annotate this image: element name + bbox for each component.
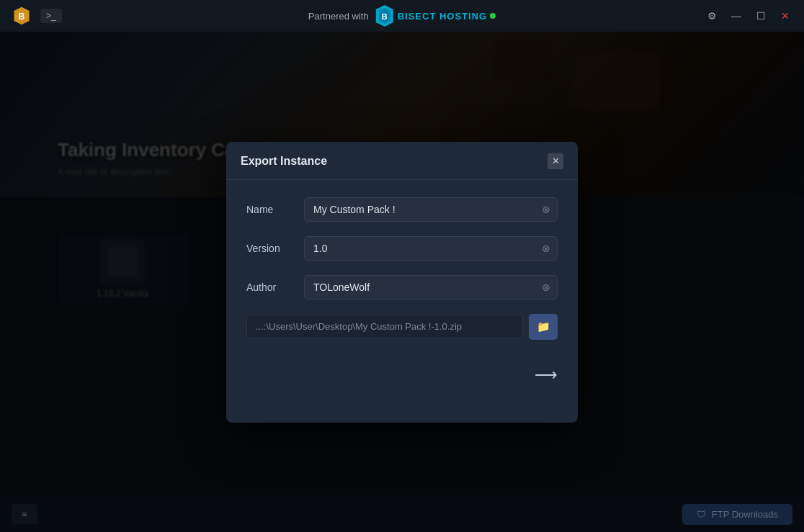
dialog-header: Export Instance ✕ (226, 142, 578, 180)
bisect-name: BISECT HOSTING (398, 11, 488, 22)
app-logo-icon: B (12, 6, 32, 26)
minimize-button[interactable]: — (729, 9, 743, 23)
folder-icon: 📁 (537, 320, 550, 333)
file-path-row: 📁 (246, 314, 558, 340)
maximize-icon: ☐ (756, 10, 766, 22)
version-label: Version (246, 243, 304, 254)
settings-icon: ⚙ (707, 10, 717, 22)
next-arrow-icon: ⟶ (535, 366, 558, 384)
author-row: Author ⊗ (246, 275, 558, 299)
online-indicator (490, 13, 496, 19)
name-input-wrapper: ⊗ (304, 197, 558, 222)
version-input[interactable] (304, 236, 558, 261)
terminal-icon: >_ (46, 11, 56, 21)
svg-text:B: B (19, 12, 25, 22)
version-row: Version ⊗ (246, 236, 558, 261)
bisect-logo: B BISECT HOSTING (375, 4, 496, 27)
partner-label: Partnered with (308, 11, 369, 22)
name-row: Name ⊗ (246, 197, 558, 222)
name-clear-button[interactable]: ⊗ (542, 204, 550, 215)
file-browse-button[interactable]: 📁 (529, 314, 558, 340)
author-input-wrapper: ⊗ (304, 275, 558, 299)
version-input-wrapper: ⊗ (304, 236, 558, 261)
dialog-body: Name ⊗ Version ⊗ Author (226, 180, 578, 351)
terminal-button[interactable]: >_ (40, 9, 62, 23)
file-path-input[interactable] (246, 315, 523, 338)
name-input[interactable] (304, 197, 558, 222)
export-dialog: Export Instance ✕ Name ⊗ Version (226, 142, 578, 423)
dialog-title: Export Instance (241, 155, 327, 168)
svg-text:B: B (382, 12, 388, 21)
title-bar-center: Partnered with B BISECT HOSTING (308, 4, 496, 27)
minimize-icon: — (731, 10, 741, 22)
app-window: B >_ Partnered with B BISECT HOSTING ⚙ (0, 0, 804, 532)
maximize-button[interactable]: ☐ (754, 9, 768, 23)
title-bar-right: ⚙ — ☐ ✕ (705, 9, 792, 23)
next-button[interactable]: ⟶ (535, 366, 558, 384)
name-label: Name (246, 204, 304, 215)
close-button[interactable]: ✕ (778, 9, 792, 23)
dialog-close-button[interactable]: ✕ (548, 153, 563, 169)
author-label: Author (246, 281, 304, 293)
author-input[interactable] (304, 275, 558, 299)
modal-overlay: Export Instance ✕ Name ⊗ Version (0, 32, 804, 532)
author-clear-button[interactable]: ⊗ (542, 281, 550, 293)
close-icon: ✕ (781, 10, 790, 22)
version-clear-button[interactable]: ⊗ (542, 243, 550, 254)
title-bar: B >_ Partnered with B BISECT HOSTING ⚙ (0, 0, 804, 32)
dialog-close-icon: ✕ (552, 155, 560, 166)
title-bar-left: B >_ (12, 6, 62, 26)
settings-button[interactable]: ⚙ (705, 9, 719, 23)
dialog-footer: ⟶ (226, 351, 578, 392)
bisect-shield-icon: B (375, 4, 395, 27)
